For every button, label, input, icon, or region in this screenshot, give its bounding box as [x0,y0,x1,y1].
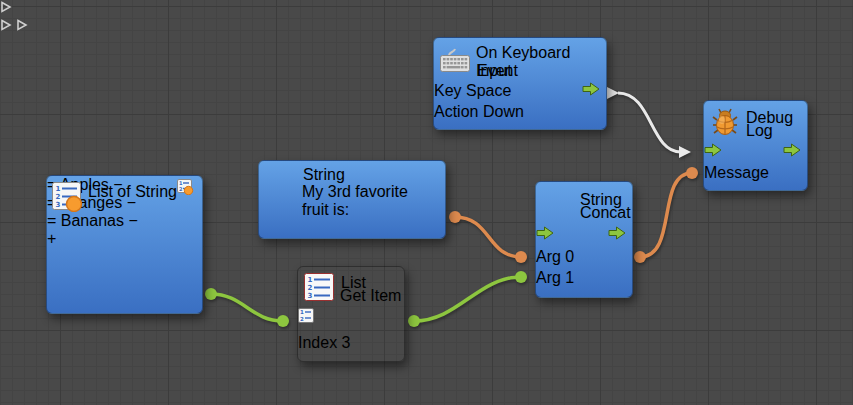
port-row-key: Key Space [434,82,606,103]
node-subtitle: Event [477,62,518,80]
node-get-item[interactable]: 123 List Get Item 12 [297,266,405,362]
unity-visual-scripting-canvas[interactable]: { "canvas": { "background": "#494949", "… [0,0,853,405]
node-title: Concat [580,204,631,222]
index-label: Index [298,334,337,351]
key-dropdown[interactable]: Space [466,82,511,99]
flow-unconnected-port[interactable] [0,18,16,35]
action-dropdown[interactable]: Down [483,103,524,120]
node-header[interactable]: Debug Log [704,101,807,143]
flow-row [704,143,807,164]
port-row-index: Index 3 [298,334,404,354]
port-row-arg0: Arg 0 [536,248,632,269]
flow-output-port[interactable] [608,226,626,244]
svg-text:2: 2 [308,284,313,292]
svg-text:1: 1 [56,185,61,193]
node-on-keyboard-input[interactable]: On Keyboard Input Event Key Space Action… [433,37,607,130]
wire-string-to-concat [449,211,527,263]
svg-text:3: 3 [308,292,313,300]
node-string-literal[interactable]: String My 3rd favorite fruit is: [258,160,446,239]
numbered-list-icon: 123 [304,273,335,306]
node-concat[interactable]: String Concat Arg 0 Arg 1 [535,181,633,298]
svg-text:2: 2 [56,193,61,201]
arg0-label: Arg 0 [536,248,574,265]
list-port-icon[interactable]: 12 [298,309,314,326]
flow-output-port[interactable] [582,82,600,100]
add-item-button[interactable]: + [47,230,75,247]
svg-text:3: 3 [56,201,61,209]
node-header[interactable]: String Concat [536,182,632,226]
action-dropdown-value: Down [483,103,524,120]
port-row-action: Action Down [434,103,606,123]
node-header[interactable]: String My 3rd favorite fruit is: [259,161,445,205]
bug-icon [712,108,738,140]
node-header[interactable]: On Keyboard Input Event [434,38,606,82]
string-value-field[interactable]: My 3rd favorite fruit is: [302,183,435,219]
key-label: Key [434,82,462,99]
index-value-field[interactable]: 3 [342,334,351,351]
svg-text:2: 2 [179,186,183,192]
wire-getitem-to-concat [408,271,527,327]
node-debug-log[interactable]: Debug Log Message [703,100,808,191]
node-header[interactable]: 123 List Get Item [298,267,404,308]
message-label: Message [704,164,769,181]
flow-unconnected-port[interactable] [16,18,28,35]
key-dropdown-value: Space [466,82,511,99]
node-title: List of String [88,183,177,201]
svg-text:1: 1 [300,309,304,315]
arg1-label: Arg 1 [536,269,574,286]
flow-unconnected-port[interactable] [0,0,12,17]
flow-output-port[interactable] [783,143,801,161]
action-label: Action [434,103,478,120]
flow-input-port[interactable] [536,226,554,243]
list-badge-icon[interactable]: 12 [177,179,194,199]
node-title: Get Item [340,287,401,305]
node-title: String [303,166,345,184]
svg-text:1: 1 [308,276,313,284]
flow-row [536,226,632,248]
svg-text:2: 2 [300,316,304,322]
node-title: Log [746,122,773,140]
remove-item-button[interactable]: − [128,212,137,229]
port-row-arg1: Arg 1 [536,269,632,290]
keyboard-icon [440,46,470,78]
flow-input-port[interactable] [704,143,722,160]
wire-keyboard-to-log [607,87,691,158]
numbered-list-icon: 123 [52,182,83,216]
wire-concat-to-log [634,167,698,263]
wire-list-to-getitem [205,288,289,327]
port-row-list: 12 [298,308,404,334]
node-list-of-string[interactable]: 123 List of String = Apples − = Oranges … [46,175,203,314]
port-row-message: Message [704,164,807,184]
